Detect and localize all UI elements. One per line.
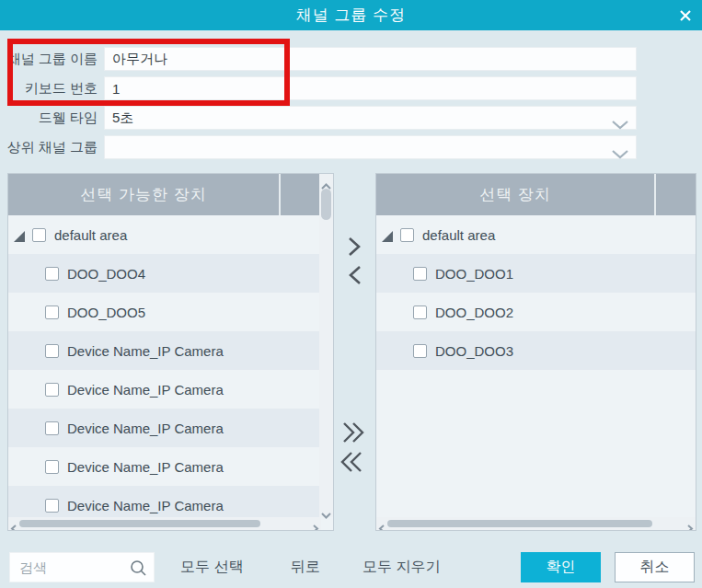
selected-devices-panel: 선택 장치 default area DOO_DOO1 DOO_DOO2 <box>375 173 696 531</box>
tree-label: default area <box>422 227 495 243</box>
search-box <box>9 552 155 582</box>
vertical-scrollbar[interactable] <box>319 174 333 517</box>
add-selected-icon[interactable] <box>348 236 362 260</box>
dialog-title: 채널 그룹 수정 <box>296 5 406 26</box>
close-icon[interactable] <box>676 6 695 25</box>
tree-row-device[interactable]: Device Name_IP Camera <box>8 409 319 447</box>
scroll-left-icon[interactable] <box>10 520 17 528</box>
cancel-button[interactable]: 취소 <box>615 552 695 582</box>
tree-label: Device Name_IP Camera <box>67 421 224 436</box>
keyboard-number-input[interactable] <box>104 76 637 100</box>
tree-label: Device Name_IP Camera <box>67 498 224 513</box>
tree-label: DOO_DOO3 <box>435 343 513 359</box>
available-devices-title: 선택 가능한 장치 <box>8 174 279 215</box>
chevron-down-icon <box>612 144 628 166</box>
available-devices-header-spacer <box>279 174 320 215</box>
remove-all-icon[interactable] <box>339 451 363 477</box>
scroll-left-icon[interactable] <box>378 520 386 528</box>
scroll-right-icon[interactable] <box>312 520 319 528</box>
checkbox[interactable] <box>413 344 427 358</box>
checkbox[interactable] <box>413 267 427 281</box>
checkbox[interactable] <box>45 421 59 435</box>
tree-row-default-area[interactable]: default area <box>376 215 696 254</box>
channel-group-name-input[interactable] <box>104 47 637 71</box>
scroll-down-icon[interactable] <box>321 506 331 513</box>
checkbox[interactable] <box>400 228 414 242</box>
available-devices-header: 선택 가능한 장치 <box>8 174 320 215</box>
selected-devices-header: 선택 장치 <box>376 174 696 215</box>
dialog-titlebar: 채널 그룹 수정 <box>0 0 702 30</box>
tree-row-default-area[interactable]: default area <box>8 215 319 254</box>
tree-label: DOO_DOO1 <box>435 266 513 282</box>
tree-row-device[interactable]: DOO_DOO1 <box>376 254 696 293</box>
triangle-expanded-icon[interactable] <box>382 229 393 240</box>
available-devices-tree: default area DOO_DOO4 DOO_DOO5 Device Na… <box>8 215 319 517</box>
tree-row-device[interactable]: DOO_DOO2 <box>376 293 696 331</box>
triangle-expanded-icon[interactable] <box>14 229 25 240</box>
selected-devices-tree: default area DOO_DOO1 DOO_DOO2 DOO_DOO3 <box>376 215 696 517</box>
channel-group-name-label: 채널 그룹 이름 <box>0 47 98 71</box>
tree-row-device[interactable]: DOO_DOO3 <box>376 331 696 370</box>
horizontal-scrollbar[interactable] <box>376 517 696 530</box>
scroll-up-icon[interactable] <box>321 178 331 185</box>
scrollbar-thumb[interactable] <box>387 520 652 527</box>
tree-label: Device Name_IP Camera <box>67 459 224 475</box>
search-input[interactable] <box>10 553 135 582</box>
tree-label: DOO_DOO5 <box>67 305 145 320</box>
checkbox[interactable] <box>45 499 59 513</box>
tree-row-device[interactable]: DOO_DOO5 <box>8 293 319 331</box>
tree-label: DOO_DOO2 <box>435 305 513 320</box>
scrollbar-thumb[interactable] <box>19 520 260 527</box>
chevron-down-icon <box>612 114 628 136</box>
available-devices-panel: 선택 가능한 장치 default area DOO_DOO4 DOO_DOO5 <box>7 173 334 531</box>
channel-group-edit-dialog: 채널 그룹 수정 채널 그룹 이름 키보드 번호 드웰 타임 5초 상위 채널 … <box>0 0 702 588</box>
checkbox[interactable] <box>413 306 427 319</box>
tree-label: default area <box>54 227 127 243</box>
dwell-time-label: 드웰 타임 <box>0 106 98 130</box>
add-all-icon[interactable] <box>342 421 366 447</box>
horizontal-scrollbar[interactable] <box>8 517 321 530</box>
checkbox[interactable] <box>45 383 59 397</box>
tree-row-device[interactable]: Device Name_IP Camera <box>8 370 319 409</box>
ok-button[interactable]: 확인 <box>521 552 601 582</box>
checkbox[interactable] <box>45 344 59 358</box>
clear-all-button[interactable]: 모두 지우기 <box>363 558 440 577</box>
back-button[interactable]: 뒤로 <box>291 558 320 577</box>
tree-row-device[interactable]: DOO_DOO4 <box>8 254 319 293</box>
tree-label: Device Name_IP Camera <box>67 343 224 359</box>
keyboard-number-label: 키보드 번호 <box>0 76 98 100</box>
tree-label: Device Name_IP Camera <box>67 382 224 398</box>
tree-label: DOO_DOO4 <box>67 266 145 282</box>
tree-row-device[interactable]: Device Name_IP Camera <box>8 331 319 370</box>
search-icon[interactable] <box>130 559 147 581</box>
parent-channel-group-select[interactable] <box>104 135 637 159</box>
checkbox[interactable] <box>32 228 46 242</box>
selected-devices-header-spacer <box>654 174 696 215</box>
scrollbar-thumb[interactable] <box>321 189 331 220</box>
checkbox[interactable] <box>45 267 59 281</box>
scroll-right-icon[interactable] <box>686 520 694 528</box>
selected-devices-title: 선택 장치 <box>376 174 654 215</box>
select-all-button[interactable]: 모두 선택 <box>180 558 243 577</box>
tree-row-device[interactable]: Device Name_IP Camera <box>8 486 319 517</box>
remove-selected-icon[interactable] <box>348 265 362 289</box>
parent-channel-group-label: 상위 채널 그룹 <box>0 135 98 159</box>
dwell-time-value: 5초 <box>112 110 133 125</box>
checkbox[interactable] <box>45 460 59 474</box>
tree-row-device[interactable]: Device Name_IP Camera <box>8 447 319 486</box>
dwell-time-select[interactable]: 5초 <box>104 106 637 130</box>
checkbox[interactable] <box>45 306 59 319</box>
